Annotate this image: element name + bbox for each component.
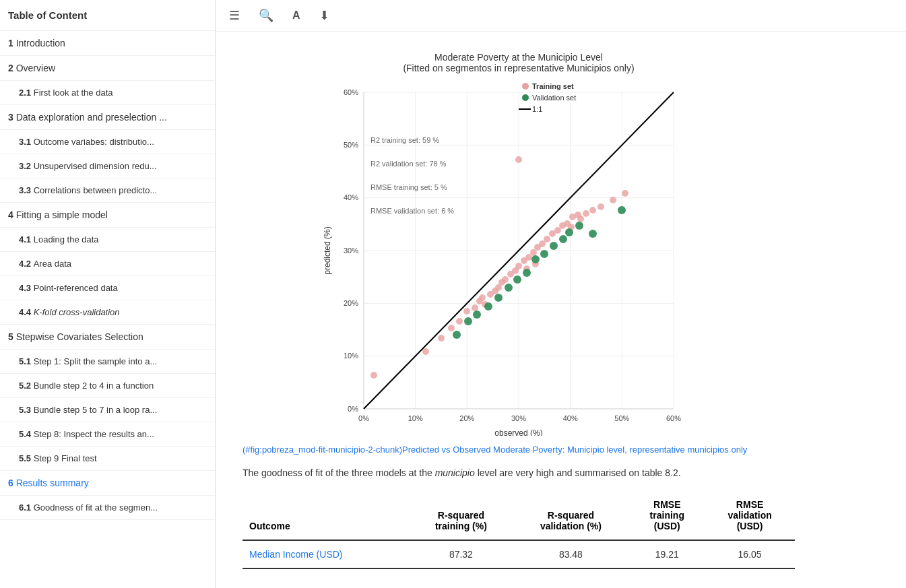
toc-num-6: 3.2	[19, 161, 34, 171]
menu-icon[interactable]: ☰	[226, 5, 242, 26]
sidebar-title: Table of Content	[0, 0, 215, 31]
toc-label-20: Goodness of fit at the segmen...	[34, 502, 158, 513]
toc-num-5: 3.1	[19, 137, 34, 147]
toc-label-19: Results summary	[16, 478, 89, 488]
svg-text:20%: 20%	[344, 299, 358, 307]
toc-label-10: Area data	[34, 259, 71, 269]
toc-item-15[interactable]: 5.2 Bundle step 2 to 4 in a function	[0, 374, 215, 398]
svg-text:10%: 10%	[408, 414, 423, 422]
content-area: Moderate Poverty at the Municipio Level …	[216, 32, 822, 588]
toc-label-5: Outcome variabes: distributio...	[34, 137, 154, 147]
toc-item-13[interactable]: 5 Stepwise Covariates Selection	[0, 325, 215, 350]
toolbar: ☰ 🔍 A ⬇	[216, 0, 906, 32]
toc-num-4: 3	[8, 112, 16, 123]
svg-text:60%: 60%	[344, 88, 358, 96]
svg-point-55	[502, 276, 509, 283]
svg-point-78	[610, 197, 616, 203]
svg-point-81	[453, 331, 461, 339]
toc-item-3[interactable]: 2.1 First look at the data	[0, 81, 215, 105]
svg-point-92	[559, 235, 567, 243]
caption-link[interactable]: (#fig:pobreza_mod-fit-municipio-2-chunk)	[242, 445, 402, 455]
toc-item-10[interactable]: 4.2 Area data	[0, 252, 215, 276]
toc-num-11: 4.3	[19, 283, 34, 293]
toc-item-16[interactable]: 5.3 Bundle step 5 to 7 in a loop ra...	[0, 398, 215, 422]
svg-point-99	[522, 83, 529, 90]
toc-num-2: 2	[8, 63, 16, 73]
toc-label-1: Introduction	[16, 38, 65, 48]
chart-caption: (#fig:pobreza_mod-fit-municipio-2-chunk)…	[242, 445, 795, 455]
toc-label-8: Fitting a simple model	[16, 209, 108, 220]
toc-label-4: Data exploration and preselection ...	[16, 112, 167, 123]
toc-item-11[interactable]: 4.3 Point-referenced data	[0, 276, 215, 300]
svg-text:20%: 20%	[459, 414, 474, 422]
svg-text:30%: 30%	[511, 414, 526, 422]
font-icon[interactable]: A	[290, 7, 303, 24]
toc-label-15: Bundle step 2 to 4 in a function	[34, 381, 154, 391]
toc-item-4[interactable]: 3 Data exploration and preselection ...	[0, 105, 215, 130]
toc-item-17[interactable]: 5.4 Step 8: Inspect the results an...	[0, 422, 215, 447]
toc-label-6: Unsupervised dimension redu...	[34, 161, 157, 171]
svg-point-93	[565, 228, 573, 236]
toc-label-11: Point-referenced data	[34, 283, 118, 293]
svg-point-89	[531, 255, 540, 263]
svg-text:Training set: Training set	[532, 82, 574, 90]
svg-text:30%: 30%	[344, 247, 358, 255]
svg-point-90	[540, 250, 548, 258]
toc-item-6[interactable]: 3.2 Unsupervised dimension redu...	[0, 154, 215, 178]
table-cell: 16.05	[705, 540, 795, 568]
toc-label-3: First look at the data	[34, 88, 113, 98]
svg-point-77	[597, 203, 604, 210]
toc-label-17: Step 8: Inspect the results an...	[34, 429, 154, 439]
toc-item-14[interactable]: 5.1 Step 1: Split the sample into a...	[0, 350, 215, 374]
chart-container: Moderate Poverty at the Municipio Level …	[323, 52, 714, 438]
table-header-rmse-training: RMSEtraining(USD)	[629, 491, 705, 540]
toc-item-12[interactable]: 4.4 K-fold cross-validation	[0, 300, 215, 325]
svg-point-91	[550, 242, 558, 250]
svg-point-44	[448, 325, 455, 331]
toc-num-3: 2.1	[19, 88, 34, 98]
svg-point-74	[577, 216, 584, 222]
toc-item-8[interactable]: 4 Fitting a simple model	[0, 203, 215, 228]
toc-item-20[interactable]: 6.1 Goodness of fit at the segmen...	[0, 496, 215, 520]
toc-item-1[interactable]: 1 Introduction	[0, 31, 215, 56]
toc-item-7[interactable]: 3.3 Correlations between predicto...	[0, 178, 215, 203]
table-cell: Median Income (USD)	[242, 540, 410, 568]
toc-item-18[interactable]: 5.5 Step 9 Final test	[0, 447, 215, 471]
svg-text:1:1: 1:1	[532, 105, 542, 113]
toc-label-9: Loading the data	[34, 234, 99, 244]
main-content: ☰ 🔍 A ⬇ Moderate Poverty at the Municipi…	[216, 0, 906, 588]
svg-point-83	[473, 311, 481, 319]
svg-point-75	[583, 210, 589, 217]
content-paragraph: The goodness of fit of the three models …	[242, 465, 795, 480]
svg-point-58	[515, 263, 522, 269]
toc-num-13: 5	[8, 331, 16, 342]
toc-label-7: Correlations between predicto...	[34, 185, 158, 195]
svg-text:40%: 40%	[563, 414, 578, 422]
svg-point-96	[618, 206, 626, 214]
svg-point-42	[422, 348, 429, 355]
svg-point-61	[530, 249, 537, 256]
svg-text:R2 training set: 59 %: R2 training set: 59 %	[370, 136, 439, 144]
caption-text: Predicted vs Observed Moderate Poverty: …	[402, 445, 747, 455]
svg-point-47	[472, 304, 478, 311]
table-header-rmse-validation: RMSEvalidation(USD)	[705, 491, 795, 540]
download-icon[interactable]: ⬇	[317, 5, 332, 26]
svg-point-85	[494, 294, 503, 302]
svg-point-82	[464, 317, 472, 325]
svg-point-79	[622, 190, 628, 197]
svg-text:Validation set: Validation set	[532, 94, 576, 102]
svg-point-76	[589, 207, 596, 214]
search-icon[interactable]: 🔍	[256, 5, 276, 26]
svg-point-45	[456, 318, 463, 325]
toc-item-5[interactable]: 3.1 Outcome variabes: distributio...	[0, 130, 215, 154]
toc-item-9[interactable]: 4.1 Loading the data	[0, 228, 215, 252]
toc-label-16: Bundle step 5 to 7 in a loop ra...	[34, 405, 158, 415]
svg-point-87	[513, 275, 521, 284]
toc-item-2[interactable]: 2 Overview	[0, 56, 215, 81]
svg-point-49	[479, 294, 486, 301]
svg-text:observed (%): observed (%)	[494, 428, 542, 436]
toc-num-19: 6	[8, 478, 16, 488]
italic-municipio: municipio	[435, 467, 475, 478]
toc-item-19[interactable]: 6 Results summary	[0, 471, 215, 496]
table-header-r2-training: R-squaredtraining (%)	[410, 491, 512, 540]
